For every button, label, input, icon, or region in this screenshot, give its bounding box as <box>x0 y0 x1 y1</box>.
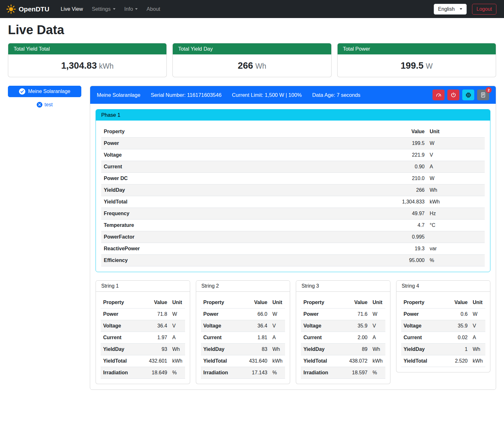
page-title: Live Data <box>8 23 496 37</box>
table-row: Power199.5W <box>101 138 485 149</box>
value-cell: 1,304.833 <box>296 196 427 208</box>
event-log-button[interactable]: 2 <box>477 90 489 100</box>
unit-cell: A <box>370 332 385 344</box>
table-row: Current2.00A <box>301 332 385 344</box>
property-cell: YieldDay <box>101 184 296 196</box>
property-cell: Current <box>401 332 443 344</box>
unit-cell: Wh <box>270 344 285 355</box>
check-circle-icon <box>19 88 25 95</box>
page-container: Live Data Total Yield Total 1,304.83kWh … <box>0 23 504 399</box>
summary-card-title: Total Yield Day <box>173 43 331 54</box>
nav-right: English Logout <box>434 4 500 15</box>
unit-cell: W <box>370 308 385 320</box>
brand-label: OpenDTU <box>19 5 49 13</box>
table-row: YieldDay83Wh <box>201 344 285 355</box>
property-cell: Power <box>101 138 296 149</box>
column-header-unit: Unit <box>427 126 485 138</box>
inverter-sidebar: Meine Solaranlage test <box>8 86 81 108</box>
value-cell: 35.9 <box>340 320 370 332</box>
table-row: YieldDay93Wh <box>101 344 185 355</box>
value-cell: 35.9 <box>443 320 470 332</box>
table-row: PowerFactor0.995 <box>101 231 485 243</box>
caret-down-icon <box>113 8 115 10</box>
value-cell: 71.8 <box>140 308 170 320</box>
nav-live-view[interactable]: Live View <box>56 3 87 15</box>
value-cell: 1.81 <box>240 332 270 344</box>
property-cell: Irradiation <box>101 367 140 379</box>
strings-row: String 1 Property Value Unit <box>96 280 490 384</box>
inverter-item-label: test <box>45 102 53 108</box>
summary-unit: kWh <box>99 62 114 70</box>
nav-info[interactable]: Info <box>120 3 142 15</box>
unit-cell: °C <box>427 220 485 231</box>
column-header-property: Property <box>101 297 140 308</box>
unit-cell: % <box>270 367 285 379</box>
value-cell: 0.6 <box>443 308 470 320</box>
power-button[interactable] <box>447 90 459 100</box>
value-cell: 71.6 <box>340 308 370 320</box>
summary-unit: Wh <box>255 62 266 70</box>
property-cell: YieldTotal <box>201 355 240 367</box>
string-card-title: String 3 <box>296 281 390 292</box>
inverter-item-test[interactable]: test <box>8 102 81 108</box>
table-header-row: Property Value Unit <box>401 297 486 308</box>
unit-cell <box>427 231 485 243</box>
table-row: YieldTotal2.520kWh <box>401 355 486 367</box>
string-table: Property Value Unit Power71.8W Voltage36… <box>101 297 185 379</box>
column-header-value: Value <box>340 297 370 308</box>
unit-cell: W <box>270 308 285 320</box>
value-cell: 83 <box>240 344 270 355</box>
property-cell: Efficiency <box>101 255 296 266</box>
value-cell: 2.520 <box>443 355 470 367</box>
unit-cell: V <box>170 320 185 332</box>
table-row: Power DC210.0W <box>101 173 485 184</box>
unit-cell: Hz <box>427 208 485 220</box>
event-count-badge: 2 <box>486 87 492 93</box>
table-row: Efficiency95.000% <box>101 255 485 266</box>
table-row: Power0.6W <box>401 308 486 320</box>
table-row: Irradiation18.649% <box>101 367 185 379</box>
column-header-property: Property <box>201 297 240 308</box>
value-cell: 95.000 <box>296 255 427 266</box>
phase-card-body: Property Value Unit Power199.5W Voltage2… <box>96 121 490 272</box>
nav-about[interactable]: About <box>142 3 165 15</box>
unit-cell: W <box>170 308 185 320</box>
table-header-row: Property Value Unit <box>301 297 385 308</box>
property-cell: Irradiation <box>201 367 240 379</box>
property-cell: Temperature <box>101 220 296 231</box>
value-cell: 266 <box>296 184 427 196</box>
value-cell: 2.00 <box>340 332 370 344</box>
summary-card-title: Total Power <box>338 43 496 54</box>
limit-settings-button[interactable] <box>432 90 445 100</box>
device-info-button[interactable] <box>462 90 474 100</box>
table-row: Irradiation18.597% <box>301 367 385 379</box>
table-row: Voltage35.9V <box>301 320 385 332</box>
logout-button[interactable]: Logout <box>472 4 496 15</box>
language-select[interactable]: English <box>434 4 467 15</box>
unit-cell: % <box>370 367 385 379</box>
value-cell: 66.0 <box>240 308 270 320</box>
summary-card-body: 1,304.83kWh <box>8 54 166 77</box>
summary-row: Total Yield Total 1,304.83kWh Total Yiel… <box>8 43 496 77</box>
x-circle-icon <box>37 102 42 108</box>
inverter-panel-header: Meine Solaranlage Serial Number: 1161716… <box>90 86 496 104</box>
property-cell: YieldTotal <box>401 355 443 367</box>
inverter-item-selected[interactable]: Meine Solaranlage <box>8 86 81 97</box>
nav-settings[interactable]: Settings <box>87 3 120 15</box>
value-cell: 18.649 <box>140 367 170 379</box>
property-cell: Current <box>301 332 340 344</box>
property-cell: Frequency <box>101 208 296 220</box>
unit-cell: var <box>427 243 485 255</box>
string-card-body: Property Value Unit Power71.8W Voltage36… <box>96 292 190 384</box>
value-cell: 18.597 <box>340 367 370 379</box>
value-cell: 221.9 <box>296 149 427 161</box>
summary-unit: W <box>426 62 433 70</box>
property-cell: YieldDay <box>301 344 340 355</box>
table-row: Voltage36.4V <box>101 320 185 332</box>
brand[interactable]: OpenDTU <box>4 4 52 14</box>
property-cell: ReactivePower <box>101 243 296 255</box>
string-table: Property Value Unit Power66.0W Voltage36… <box>201 297 285 379</box>
main-row: Meine Solaranlage test Meine Solaranlage… <box>8 86 496 390</box>
string-card-body: Property Value Unit Power0.6W Voltage35.… <box>396 292 490 372</box>
table-header-row: Property Value Unit <box>201 297 285 308</box>
